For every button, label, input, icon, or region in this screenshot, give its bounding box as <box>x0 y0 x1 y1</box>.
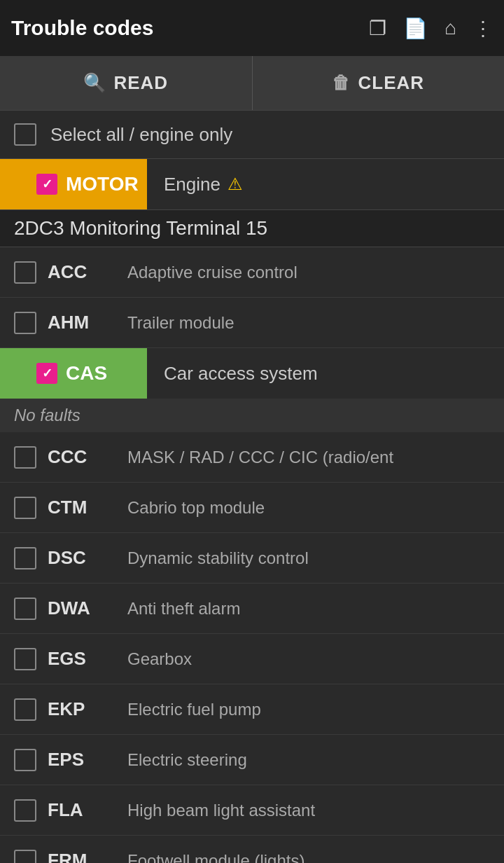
dsc-checkbox[interactable] <box>14 547 36 569</box>
dwa-desc: Anti theft alarm <box>127 599 504 619</box>
list-item[interactable]: EKP Electric fuel pump <box>0 684 504 735</box>
section-title: 2DC3 Monitoring Terminal 15 <box>14 217 267 239</box>
read-label: READ <box>113 72 168 94</box>
cas-checkbox[interactable] <box>36 363 57 384</box>
list-item[interactable]: AHM Trailer module <box>0 298 504 348</box>
list-item[interactable]: CTM Cabrio top module <box>0 483 504 533</box>
header: Trouble codes ❐ 📄 ⌂ ⋮ <box>0 0 504 56</box>
motor-module-label[interactable]: MOTOR <box>0 159 147 209</box>
frm-code: FRM <box>36 850 127 863</box>
ccc-checkbox[interactable] <box>14 446 36 469</box>
cas-code: CAS <box>66 362 107 385</box>
egs-code: EGS <box>36 648 127 670</box>
cas-desc-text: Car access system <box>164 363 318 385</box>
read-button[interactable]: 🔍 READ <box>0 56 253 110</box>
acc-checkbox[interactable] <box>14 261 36 284</box>
ccc-code: CCC <box>36 446 127 468</box>
fla-checkbox[interactable] <box>14 799 36 822</box>
dsc-desc: Dynamic stability control <box>127 548 504 568</box>
header-icons: ❐ 📄 ⌂ ⋮ <box>369 17 493 40</box>
dsc-code: DSC <box>36 547 127 569</box>
clear-button[interactable]: 🗑 CLEAR <box>253 56 505 110</box>
ahm-checkbox[interactable] <box>14 312 36 334</box>
search-icon: 🔍 <box>83 72 106 94</box>
eps-checkbox[interactable] <box>14 749 36 771</box>
motor-checkbox[interactable] <box>36 174 57 195</box>
cas-module-label[interactable]: CAS <box>0 348 147 399</box>
status-text: No faults <box>14 406 80 424</box>
ctm-desc: Cabrio top module <box>127 498 504 518</box>
fla-desc: High beam light assistant <box>127 801 504 820</box>
eps-desc: Electric steering <box>127 750 504 770</box>
motor-desc-text: Engine <box>164 174 220 195</box>
ccc-desc: MASK / RAD / CCC / CIC (radio/ent <box>127 448 504 467</box>
dwa-checkbox[interactable] <box>14 598 36 620</box>
section-header: 2DC3 Monitoring Terminal 15 <box>0 209 504 247</box>
ctm-checkbox[interactable] <box>14 497 36 519</box>
select-all-checkbox[interactable] <box>14 123 36 146</box>
select-all-row[interactable]: Select all / engine only <box>0 111 504 159</box>
toolbar: 🔍 READ 🗑 CLEAR <box>0 56 504 111</box>
clear-label: CLEAR <box>358 72 424 94</box>
ekp-desc: Electric fuel pump <box>127 700 504 719</box>
list-item[interactable]: EGS Gearbox <box>0 634 504 684</box>
file-icon[interactable]: 📄 <box>403 17 428 40</box>
list-item[interactable]: ACC Adaptive cruise control <box>0 247 504 298</box>
list-item[interactable]: CCC MASK / RAD / CCC / CIC (radio/ent <box>0 432 504 483</box>
warning-icon: ⚠ <box>227 174 243 194</box>
list-item[interactable]: FRM Footwell module (lights) <box>0 836 504 863</box>
motor-module-row[interactable]: MOTOR Engine ⚠ <box>0 159 504 209</box>
no-faults-status: No faults <box>0 399 504 432</box>
ekp-code: EKP <box>36 698 127 720</box>
page-title: Trouble codes <box>11 16 369 40</box>
ctm-code: CTM <box>36 497 127 518</box>
motor-description: Engine ⚠ <box>147 174 504 195</box>
more-icon[interactable]: ⋮ <box>473 17 493 40</box>
ahm-desc: Trailer module <box>127 313 504 333</box>
list-item[interactable]: FLA High beam light assistant <box>0 785 504 836</box>
ekp-checkbox[interactable] <box>14 698 36 721</box>
list-item[interactable]: DSC Dynamic stability control <box>0 533 504 584</box>
egs-checkbox[interactable] <box>14 648 36 670</box>
acc-code: ACC <box>36 261 127 283</box>
fla-code: FLA <box>36 799 127 821</box>
copy-icon[interactable]: ❐ <box>369 17 386 40</box>
ahm-code: AHM <box>36 312 127 333</box>
eps-code: EPS <box>36 749 127 771</box>
select-all-label: Select all / engine only <box>50 124 232 146</box>
cas-module-row[interactable]: CAS Car access system <box>0 348 504 399</box>
dwa-code: DWA <box>36 598 127 619</box>
list-item[interactable]: DWA Anti theft alarm <box>0 584 504 634</box>
motor-code: MOTOR <box>66 173 139 195</box>
frm-checkbox[interactable] <box>14 850 36 864</box>
egs-desc: Gearbox <box>127 649 504 669</box>
list-item[interactable]: EPS Electric steering <box>0 735 504 785</box>
home-icon[interactable]: ⌂ <box>444 17 456 39</box>
cas-description: Car access system <box>147 363 504 385</box>
frm-desc: Footwell module (lights) <box>127 851 504 864</box>
acc-desc: Adaptive cruise control <box>127 263 504 282</box>
trash-icon: 🗑 <box>332 72 351 94</box>
